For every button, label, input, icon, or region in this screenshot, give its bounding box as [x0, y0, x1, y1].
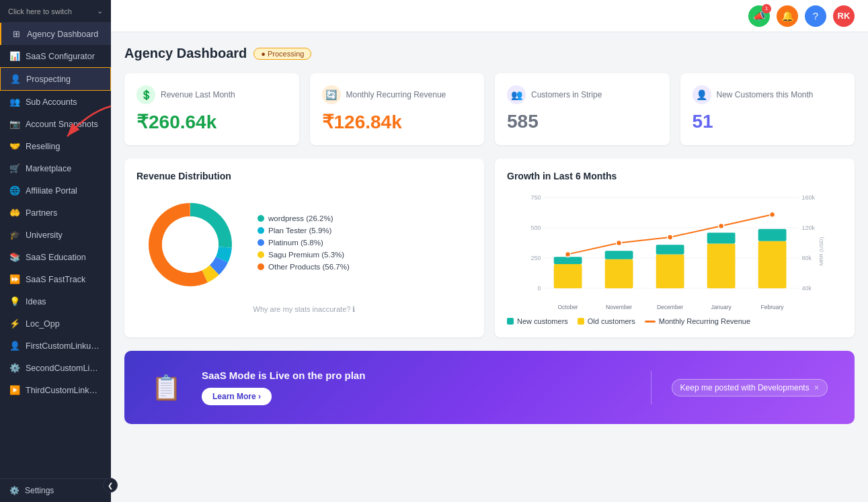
user-avatar[interactable]: RK	[833, 5, 855, 27]
reselling-label: Reselling	[26, 142, 60, 151]
prospecting-icon: 👤	[10, 74, 21, 84]
legend-dot	[258, 251, 264, 258]
secondcustom-label: SecondCustomLinkUpd...	[26, 364, 100, 373]
sidebar-item-sub-accounts[interactable]: 👥Sub Accounts	[0, 91, 111, 113]
ideas-icon: 💡	[9, 296, 20, 306]
settings-icon: ⚙️	[9, 486, 19, 495]
question-icon: ?	[813, 10, 818, 22]
sidebar-item-prospecting[interactable]: 👤Prospecting	[0, 67, 111, 91]
learn-more-button[interactable]: Learn More ›	[202, 388, 272, 405]
donut-chart-svg	[136, 191, 244, 298]
saas-banner: 📋 SaaS Mode is Live on the pro plan Lear…	[124, 351, 855, 424]
sidebar-item-partners[interactable]: 🤲Partners	[0, 202, 111, 224]
prospecting-label: Prospecting	[26, 75, 71, 84]
svg-point-31	[668, 235, 673, 240]
marketplace-label: Marketplace	[26, 164, 71, 173]
svg-point-29	[565, 251, 571, 257]
legend-label: Platinum (5.8%)	[268, 239, 323, 247]
stat-card-header: 🔄 Monthly Recurring Revenue	[322, 85, 473, 104]
help-button[interactable]: ?	[805, 5, 826, 27]
bar-legend-item: Monthly Recurring Revenue	[645, 317, 750, 325]
legend-label: New customers	[517, 317, 568, 325]
sub-accounts-label: Sub Accounts	[26, 97, 77, 107]
banner-tag-close[interactable]: ×	[814, 383, 819, 392]
svg-text:February: February	[761, 304, 785, 310]
banner-tag: Keep me posted with Developments ×	[672, 379, 828, 396]
loc-opp-icon: ⚡	[9, 319, 20, 329]
sidebar: Click here to switch ⌄ ⊞Agency Dashboard…	[0, 0, 111, 502]
account-snapshots-label: Account Snapshots	[26, 120, 98, 129]
svg-rect-21	[656, 245, 684, 254]
saas-configurator-label: SaaS Configurator	[26, 52, 95, 61]
stat-card-monthly-recurring: 🔄 Monthly Recurring Revenue ₹126.84k	[310, 73, 485, 145]
status-badge: ● Processing	[253, 48, 311, 60]
legend-square	[507, 318, 514, 325]
sidebar-item-ideas[interactable]: 💡Ideas	[0, 290, 111, 312]
sidebar-item-affiliate-portal[interactable]: 🌐Affiliate Portal	[0, 179, 111, 202]
svg-rect-15	[554, 257, 582, 264]
svg-text:160k: 160k	[802, 194, 816, 201]
sidebar-item-firstcustom[interactable]: 👤FirstCustomLinkupdated	[0, 335, 111, 357]
saas-fasttrack-icon: ⏩	[9, 274, 20, 284]
svg-text:November: November	[606, 304, 632, 310]
megaphone-button[interactable]: 📣 1	[748, 5, 770, 27]
banner-right: Keep me posted with Developments ×	[672, 379, 828, 396]
stat-icon: 👥	[507, 85, 526, 104]
legend-item: Other Products (56.7%)	[258, 263, 350, 271]
bell-button[interactable]: 🔔	[777, 5, 798, 27]
sidebar-item-secondcustom[interactable]: ⚙️SecondCustomLinkUpd...	[0, 357, 111, 379]
university-label: University	[26, 231, 63, 240]
sidebar-item-thirdcustom[interactable]: ▶️ThirdCustomLinkhadjdg...	[0, 379, 111, 401]
legend-line	[645, 321, 656, 323]
sidebar-item-saas-configurator[interactable]: 📊SaaS Configurator	[0, 45, 111, 67]
legend-dot	[258, 215, 264, 222]
svg-rect-18	[605, 251, 633, 259]
svg-text:120k: 120k	[802, 224, 816, 231]
workspace-switcher[interactable]: Click here to switch ⌄	[0, 0, 111, 23]
saas-configurator-icon: 📊	[9, 51, 20, 61]
sidebar-item-saas-education[interactable]: 📚SaaS Education	[0, 246, 111, 268]
avatar-initials: RK	[838, 11, 851, 21]
sidebar-item-account-snapshots[interactable]: 📷Account Snapshots	[0, 113, 111, 135]
svg-rect-14	[554, 264, 582, 288]
banner-text: SaaS Mode is Live on the pro plan Learn …	[202, 370, 631, 405]
revenue-distribution-title: Revenue Distribution	[136, 171, 472, 181]
agency-dashboard-label: Agency Dashboard	[27, 30, 98, 39]
growth-chart-title: Growth in Last 6 Months	[507, 171, 842, 181]
svg-text:750: 750	[530, 194, 541, 201]
settings-item[interactable]: ⚙️ Settings	[0, 478, 111, 502]
sidebar-item-agency-dashboard[interactable]: ⊞Agency Dashboard	[0, 23, 111, 45]
stat-label: Monthly Recurring Revenue	[346, 90, 446, 99]
svg-point-30	[617, 241, 622, 246]
sidebar-item-reselling[interactable]: 🤝Reselling	[0, 135, 111, 157]
legend-label: wordpress (26.2%)	[268, 214, 333, 222]
main-content: 📣 1 🔔 ? RK Agency Dashboard ● Processing…	[111, 0, 868, 502]
loc-opp-label: Loc_Opp	[26, 319, 60, 329]
sidebar-item-marketplace[interactable]: 🛒Marketplace	[0, 157, 111, 179]
legend-label: Old customers	[588, 317, 635, 325]
svg-rect-17	[605, 259, 633, 288]
stat-value: ₹260.64k	[136, 111, 287, 133]
stats-inaccurate-note[interactable]: Why are my stats inaccurate? ℹ	[136, 305, 472, 314]
stat-icon: 🔄	[322, 85, 341, 104]
growth-chart-card: Growth in Last 6 Months 025050075040k80k…	[495, 159, 855, 337]
banner-divider	[651, 371, 652, 405]
stat-card-new-customers: 👤 New Customers this Month 51	[680, 73, 855, 145]
bell-icon: 🔔	[781, 10, 794, 22]
svg-point-33	[770, 212, 775, 217]
sidebar-item-university[interactable]: 🎓University	[0, 224, 111, 246]
sidebar-nav: ⊞Agency Dashboard📊SaaS Configurator👤Pros…	[0, 23, 111, 401]
svg-point-0	[162, 216, 219, 273]
thirdcustom-icon: ▶️	[9, 385, 20, 395]
svg-text:January: January	[711, 304, 732, 310]
reselling-icon: 🤝	[9, 141, 20, 151]
chevron-down-icon: ⌄	[97, 7, 103, 15]
ideas-label: Ideas	[26, 297, 46, 306]
sidebar-item-saas-fasttrack[interactable]: ⏩SaaS FastTrack	[0, 268, 111, 290]
legend-dot	[258, 263, 264, 270]
sidebar-item-loc-opp[interactable]: ⚡Loc_Opp	[0, 312, 111, 335]
saas-education-label: SaaS Education	[26, 253, 86, 262]
sidebar-collapse-button[interactable]: ❮	[103, 478, 118, 493]
stat-card-header: 👥 Customers in Stripe	[507, 85, 658, 104]
stat-card-revenue-last-month: 💲 Revenue Last Month ₹260.64k	[124, 73, 299, 145]
